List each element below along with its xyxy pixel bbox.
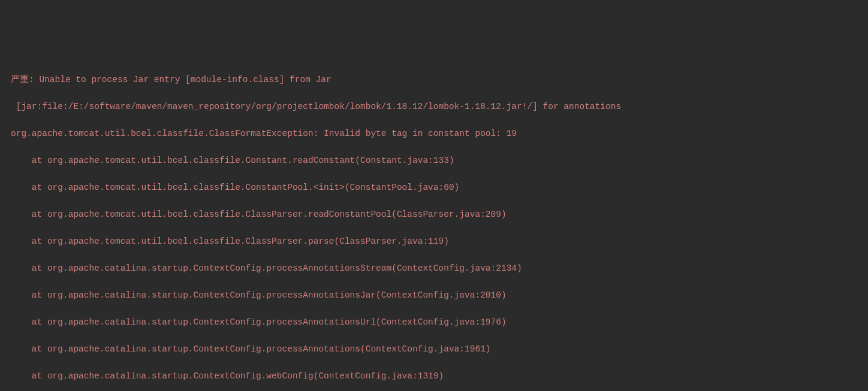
console-output: 严重: Unable to process Jar entry [module-… <box>11 60 857 391</box>
stack-trace-line: at org.apache.catalina.startup.ContextCo… <box>11 316 857 329</box>
log-line: org.apache.tomcat.util.bcel.classfile.Cl… <box>11 127 857 140</box>
stack-trace-line: at org.apache.tomcat.util.bcel.classfile… <box>11 208 857 221</box>
stack-trace-line: at org.apache.tomcat.util.bcel.classfile… <box>11 235 857 248</box>
stack-trace-line: at org.apache.tomcat.util.bcel.classfile… <box>11 154 857 167</box>
stack-trace-line: at org.apache.catalina.startup.ContextCo… <box>11 262 857 275</box>
log-line: [jar:file:/E:/software/maven/maven_repos… <box>11 100 857 113</box>
log-line: 严重: Unable to process Jar entry [module-… <box>11 73 857 86</box>
stack-trace-line: at org.apache.tomcat.util.bcel.classfile… <box>11 181 857 194</box>
stack-trace-line: at org.apache.catalina.startup.ContextCo… <box>11 289 857 302</box>
stack-trace-line: at org.apache.catalina.startup.ContextCo… <box>11 369 857 383</box>
stack-trace-line: at org.apache.catalina.startup.ContextCo… <box>11 342 857 356</box>
